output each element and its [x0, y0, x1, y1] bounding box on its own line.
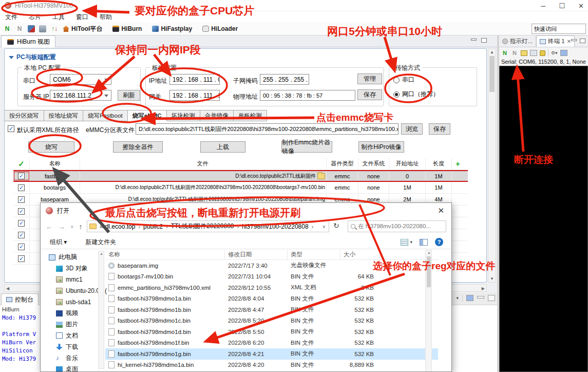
burn-tab[interactable]: 合并镜像 [200, 110, 234, 121]
manage-button[interactable]: 管理 [357, 73, 382, 84]
burn-tab[interactable]: 按地址烧写 [44, 110, 84, 121]
breadcrumb-item[interactable]: hi3798mv100-20220808 [242, 223, 308, 230]
organize-button[interactable]: 组织 ▾ [50, 238, 67, 247]
file-row[interactable]: emmc_partitions_hi3798mv100.xml 2022/8/1… [105, 282, 438, 293]
toolbar-app-button[interactable]: HiLoader [202, 25, 238, 32]
scroll-left-icon[interactable]: ◀ [6, 286, 9, 291]
scroll-up-icon[interactable]: ▲ [490, 50, 494, 54]
save-xml-button[interactable]: 保存 [429, 123, 450, 135]
sidebar-item[interactable]: 视频 [42, 308, 97, 319]
breadcrumb-dropdown-icon[interactable]: ∨ [322, 224, 326, 229]
tab-indicator-lights[interactable]: 指示灯... [499, 35, 536, 47]
sidebar-scroll-up-icon[interactable]: ▲ [100, 252, 103, 255]
view-mode-icon[interactable]: ▾ [401, 239, 412, 246]
file-row[interactable]: fastboot-hi3798mdmo1d.bin 2022/8/8 5:50 … [105, 326, 438, 338]
search-box[interactable]: 在 hi3798mv100-2022080... [348, 220, 446, 232]
file-row[interactable]: fastboot-hi3798mdmo1b.bin 2022/8/8 4:47 … [105, 304, 438, 315]
board-ip-input[interactable]: 192 . 168 . 111 . 0 [169, 74, 220, 85]
save-board-button[interactable]: 保存 [357, 89, 382, 100]
config-icon[interactable] [28, 25, 35, 32]
sidebar-item[interactable]: mmc1 [42, 274, 97, 286]
maximize-button[interactable]: ☐ [559, 2, 565, 10]
column-name[interactable]: 名称 [105, 250, 225, 259]
file-row[interactable]: fastboot-hi3798mdmo1c.bin 2022/8/8 5:20 … [105, 315, 438, 327]
sidebar-item[interactable]: ♪ 音乐 [42, 352, 97, 364]
panel-minimize-icon[interactable] [571, 39, 577, 41]
sidebar-item[interactable]: usb-sda1 [42, 296, 97, 308]
action-button[interactable]: 制作HiPro镜像 [358, 141, 404, 153]
breadcrumb-item[interactable]: dl.ecoo.top [105, 223, 136, 230]
partition-row[interactable]: ✓ fastboot D:\dl.ecoo.top\public2\TTL线刷固… [13, 170, 468, 182]
subnet-mask-input[interactable]: 255 . 255 . 255 . 0 [260, 74, 309, 85]
panel-maximize-icon[interactable] [580, 39, 585, 43]
file-row[interactable]: hi_kernel-hi3798mdmo1a.bin 2022/8/8 4:20… [105, 360, 438, 371]
toolbar-app-button[interactable]: HiFastplay [152, 25, 192, 32]
terminal-settings-icon[interactable] [521, 50, 527, 56]
console-maximize-icon[interactable] [488, 295, 495, 301]
terminal-disconnect-icon[interactable]: N [511, 49, 518, 57]
terminal-connect-icon[interactable]: N [501, 49, 508, 57]
action-button[interactable]: 烧写 [28, 141, 74, 153]
mac-address-input[interactable]: 00 : 95 : 38 : 78 : fb : 57 [260, 90, 355, 101]
action-button[interactable]: 擦除全器件 [113, 141, 163, 153]
menu-item[interactable]: 工具 [52, 13, 65, 22]
view-minimize-icon[interactable] [471, 39, 477, 41]
transfer-icon[interactable]: ↑↓ [50, 25, 59, 33]
help-icon[interactable]: ? [435, 238, 443, 246]
screen-icon[interactable] [39, 25, 46, 32]
sidebar-item[interactable]: 下载 [42, 341, 97, 352]
tab-console[interactable]: 控制台 [1, 293, 39, 305]
new-folder-button[interactable]: 新建文件夹 [85, 238, 116, 247]
partition-checkbox[interactable]: ✓ [18, 220, 25, 227]
console-menu-icon[interactable]: ▾ [456, 295, 459, 301]
menu-item[interactable]: 窗口 [76, 13, 88, 22]
gateway-input[interactable]: 192 . 168 . 111 . 1 [169, 90, 220, 101]
burn-tab[interactable]: 烧写Fastboot [83, 110, 128, 121]
menu-item[interactable]: 文件 [5, 13, 17, 22]
tab-hiburn-view[interactable]: HiBurn 视图 [1, 35, 55, 47]
sidebar-scrollbar[interactable]: ▲ [98, 251, 104, 369]
file-row[interactable]: fastboot-hi3798mdmo1f.bin 2022/8/8 6:20 … [105, 338, 438, 349]
burn-tab[interactable]: 单板检测 [234, 110, 267, 121]
toolbar-app-button[interactable]: HiBurn [112, 25, 142, 32]
dialog-close-icon[interactable]: ✕ [438, 206, 444, 215]
menu-item[interactable]: 芯片 [29, 13, 41, 22]
terminal-lock-icon[interactable] [540, 50, 545, 56]
forward-icon[interactable]: → [58, 222, 65, 231]
partition-row[interactable]: ✓ bootargs D:\dl.ecoo.top\public2\TTL线刷固… [13, 182, 468, 194]
action-button[interactable]: 制作Emmc烧片器镜像 [281, 141, 332, 153]
sidebar-item[interactable]: Ubuntu-20.04 ( [42, 285, 97, 296]
radio-serial[interactable]: 串口 [393, 76, 414, 84]
menu-item[interactable]: 帮助 [100, 13, 112, 22]
history-chevron-icon[interactable]: ∨ [70, 224, 74, 229]
partition-checkbox[interactable]: ✓ [18, 244, 25, 250]
up-icon[interactable]: ↑ [79, 222, 83, 231]
file-row[interactable]: baseparam.img 2022/7/17 3:40 光盘映像文件 [105, 260, 438, 271]
burn-tab[interactable]: 坏块检测 [167, 110, 200, 121]
browse-folder-icon[interactable] [317, 173, 325, 179]
terminal-screen[interactable] [499, 66, 588, 372]
disconnect-icon[interactable]: N [15, 25, 24, 33]
column-date[interactable]: 修改日期 [225, 250, 288, 259]
preview-pane-icon[interactable] [420, 239, 428, 246]
browse-button[interactable]: 浏览 [401, 123, 423, 135]
breadcrumb-item[interactable]: TTL线刷固件20220808 [171, 222, 234, 231]
minimize-button[interactable]: ─ [541, 2, 545, 10]
console-minimize-icon[interactable] [477, 296, 484, 299]
column-size[interactable]: 大小 [340, 250, 380, 259]
view-maximize-icon[interactable] [481, 38, 487, 43]
sidebar-item[interactable]: 桌面 [42, 364, 97, 372]
close-button[interactable]: ✕ [578, 2, 584, 10]
console-pin-icon[interactable] [466, 295, 473, 301]
sidebar-item[interactable]: 此电脑 [42, 252, 97, 263]
server-ip-select[interactable]: 192.168.111.2 [50, 90, 111, 101]
refresh-icon[interactable]: ↻ [333, 221, 339, 230]
column-type[interactable]: 类型 [288, 250, 340, 259]
sidebar-item[interactable]: 图片 [42, 319, 97, 330]
partition-checkbox[interactable]: ✓ [18, 255, 25, 262]
editor-vertical-scrollbar[interactable]: ▲ ▼ [488, 48, 496, 283]
back-icon[interactable]: ← [46, 222, 53, 231]
file-row[interactable]: bootargs7-mv100.bin 2022/7/31 10:04 BIN … [105, 271, 438, 283]
file-scroll-up-icon[interactable]: ▲ [427, 251, 431, 254]
partition-checkbox[interactable]: ✓ [18, 184, 25, 191]
